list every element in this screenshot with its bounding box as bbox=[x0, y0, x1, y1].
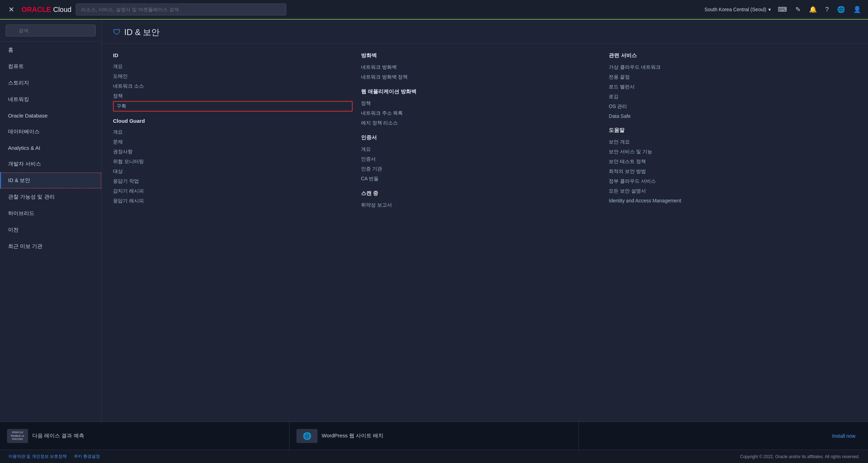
menu-link-개요[interactable]: 개요 bbox=[361, 145, 601, 154]
global-search-input[interactable] bbox=[76, 4, 286, 15]
menu-link-네트워크-방화벽-정책[interactable]: 네트워크 방화벽 정책 bbox=[361, 72, 601, 82]
menu-link-권장사항[interactable]: 권장사항 bbox=[113, 147, 353, 157]
oracle-text: ORACLE bbox=[21, 6, 51, 14]
main-container: 🔍 홈컴퓨트스토리지네트워킹Oracle Database데이터베이스Analy… bbox=[0, 20, 868, 422]
racing-banner-text: 다음 레이스 결과 예측 bbox=[32, 432, 84, 439]
section-title-웹-애플리케이션-방화벽: 웹 애플리케이션 방화벽 bbox=[361, 88, 601, 95]
menu-link-최적의-보안-방법[interactable]: 최적의 보안 방법 bbox=[609, 167, 848, 176]
region-label: South Korea Central (Seoul) bbox=[705, 7, 766, 12]
menu-link-응답기-레시피[interactable]: 응답기 레시피 bbox=[113, 196, 353, 206]
oracle-redbull-logo: ORACLERedBull 🏎RACING bbox=[7, 429, 28, 443]
terms-link[interactable]: 이용약관 및 개인정보 보호정책 bbox=[8, 454, 67, 459]
section-title-인증서: 인증서 bbox=[361, 134, 601, 141]
menu-link-정부-클라우드-서비스[interactable]: 정부 클라우드 서비스 bbox=[609, 176, 848, 186]
header: ✕ ORACLE Cloud South Korea Central (Seou… bbox=[0, 0, 868, 20]
menu-link-인증-기관[interactable]: 인증 기관 bbox=[361, 164, 601, 174]
sidebar-search-input[interactable] bbox=[6, 25, 96, 36]
wordpress-banner-text: WordPress 웹 사이트 배치 bbox=[322, 432, 383, 439]
menu-link-네트워크-소스[interactable]: 네트워크 소스 bbox=[113, 81, 353, 91]
page-footer: 이용약관 및 개인정보 보호정책 쿠키 환경설정 Copyright © 202… bbox=[0, 450, 868, 463]
menu-column-col2: 방화벽네트워크 방화벽네트워크 방화벽 정책웹 애플리케이션 방화벽정책네트워크… bbox=[361, 52, 609, 413]
sidebar-item-database[interactable]: 데이터베이스 bbox=[0, 123, 101, 140]
menu-link-정책[interactable]: 정책 bbox=[361, 99, 601, 108]
edit-icon-button[interactable]: ✎ bbox=[794, 4, 802, 15]
section-title-스캔-중: 스캔 중 bbox=[361, 190, 601, 197]
sidebar-item-home[interactable]: 홈 bbox=[0, 42, 101, 58]
menu-grid: ID개요도메인네트워크 소스정책구획Cloud Guard개요문제권장사항위협 … bbox=[102, 44, 868, 422]
help-icon-button[interactable]: ? bbox=[824, 5, 830, 15]
menu-link-개요[interactable]: 개요 bbox=[113, 62, 353, 72]
menu-link-네트워크-방화벽[interactable]: 네트워크 방화벽 bbox=[361, 62, 601, 72]
menu-link-네트워크-주소-목록[interactable]: 네트워크 주소 목록 bbox=[361, 108, 601, 118]
menu-link-OS-관리[interactable]: OS 관리 bbox=[609, 102, 848, 112]
sidebar-item-observability[interactable]: 관찰 가능성 및 관리 bbox=[0, 189, 101, 205]
user-icon-button[interactable]: 👤 bbox=[852, 4, 862, 15]
menu-link-대상[interactable]: 대상 bbox=[113, 167, 353, 176]
sidebar-item-hybrid[interactable]: 하이브리드 bbox=[0, 205, 101, 222]
install-now-button[interactable]: Install now bbox=[827, 430, 861, 442]
sidebar-search-container: 🔍 bbox=[0, 20, 101, 42]
shield-icon: 🛡 bbox=[113, 28, 121, 37]
cookie-link[interactable]: 쿠키 환경설정 bbox=[74, 454, 100, 459]
menu-link-문제[interactable]: 문제 bbox=[113, 137, 353, 147]
copyright-text: Copyright © 2022, Oracle and/or its affi… bbox=[740, 454, 860, 459]
bell-icon-button[interactable]: 🔔 bbox=[808, 4, 818, 15]
sidebar: 🔍 홈컴퓨트스토리지네트워킹Oracle Database데이터베이스Analy… bbox=[0, 20, 102, 422]
sidebar-item-recent[interactable]: 최근 미보 기관 bbox=[0, 238, 101, 255]
menu-column-col1: ID개요도메인네트워크 소스정책구획Cloud Guard개요문제권장사항위협 … bbox=[113, 52, 361, 413]
menu-link-개요[interactable]: 개요 bbox=[113, 127, 353, 137]
section-title-방화벽: 방화벽 bbox=[361, 52, 601, 59]
terminal-icon-button[interactable]: ⌨ bbox=[776, 4, 788, 15]
menu-link-모든-보안-설명서[interactable]: 모든 보안 설명서 bbox=[609, 186, 848, 196]
menu-link-가상-클라우드-네트워크[interactable]: 가상 클라우드 네트워크 bbox=[609, 62, 848, 72]
region-selector[interactable]: South Korea Central (Seoul) ▾ bbox=[705, 7, 771, 12]
menu-link-정책[interactable]: 정책 bbox=[113, 91, 353, 101]
sidebar-item-networking[interactable]: 네트워킹 bbox=[0, 91, 101, 108]
sidebar-item-developer[interactable]: 개발자 서비스 bbox=[0, 156, 101, 172]
banner-install: Install now bbox=[579, 422, 868, 450]
content-header: 🛡 ID & 보안 bbox=[102, 20, 868, 44]
section-title-Cloud-Guard: Cloud Guard bbox=[113, 118, 353, 124]
oracle-logo: ORACLE Cloud bbox=[21, 6, 72, 14]
globe-icon-button[interactable]: 🌐 bbox=[836, 4, 846, 15]
section-title-관련-서비스: 관련 서비스 bbox=[609, 52, 848, 59]
menu-link-구획[interactable]: 구획 bbox=[113, 101, 353, 112]
sidebar-item-id-security[interactable]: ID & 보안 bbox=[0, 172, 101, 189]
sidebar-item-analytics-ai[interactable]: Analytics & AI bbox=[0, 140, 101, 156]
menu-link-취약성-보고서[interactable]: 취약성 보고서 bbox=[361, 200, 601, 210]
menu-link-로드-밸런서[interactable]: 로드 밸런서 bbox=[609, 82, 848, 92]
menu-link-감지기-레시피[interactable]: 감지기 레시피 bbox=[113, 186, 353, 196]
menu-link-위협-모니터링[interactable]: 위협 모니터링 bbox=[113, 157, 353, 167]
menu-link-보안-테스트-정책[interactable]: 보안 테스트 정책 bbox=[609, 157, 848, 167]
menu-column-col3: 관련 서비스가상 클라우드 네트워크전용 끝점로드 밸런서로깅OS 관리Data… bbox=[609, 52, 857, 413]
menu-link-Data-Safe[interactable]: Data Safe bbox=[609, 112, 848, 121]
sidebar-item-storage[interactable]: 스토리지 bbox=[0, 75, 101, 91]
menu-link-Identity-and-Access-Management[interactable]: Identity and Access Management bbox=[609, 196, 848, 205]
menu-link-인증서[interactable]: 인증서 bbox=[361, 154, 601, 164]
sidebar-item-oracle-database[interactable]: Oracle Database bbox=[0, 108, 101, 123]
menu-link-보안-개요[interactable]: 보안 개요 bbox=[609, 137, 848, 147]
sidebar-search-wrapper: 🔍 bbox=[6, 25, 96, 36]
nav-items-container: 홈컴퓨트스토리지네트워킹Oracle Database데이터베이스Analyti… bbox=[0, 42, 101, 255]
close-button[interactable]: ✕ bbox=[6, 4, 17, 15]
menu-link-전용-끝점[interactable]: 전용 끝점 bbox=[609, 72, 848, 82]
chevron-down-icon: ▾ bbox=[768, 7, 771, 12]
header-right: South Korea Central (Seoul) ▾ ⌨ ✎ 🔔 ? 🌐 … bbox=[705, 4, 862, 15]
menu-link-로깅[interactable]: 로깅 bbox=[609, 92, 848, 102]
menu-link-응답기-작업[interactable]: 응답기 작업 bbox=[113, 176, 353, 186]
menu-link-에지-정책-리소스[interactable]: 에지 정책 리소스 bbox=[361, 118, 601, 128]
sidebar-item-compute[interactable]: 컴퓨트 bbox=[0, 58, 101, 75]
section-title-ID: ID bbox=[113, 52, 353, 58]
sidebar-item-migration[interactable]: 이전 bbox=[0, 222, 101, 238]
content-area: 🛡 ID & 보안 ID개요도메인네트워크 소스정책구획Cloud Guard개… bbox=[102, 20, 868, 422]
page-title: ID & 보안 bbox=[124, 27, 160, 38]
banner-racing: ORACLERedBull 🏎RACING 다음 레이스 결과 예측 bbox=[0, 422, 289, 450]
menu-link-도메인[interactable]: 도메인 bbox=[113, 72, 353, 81]
menu-link-CA-번들[interactable]: CA 번들 bbox=[361, 174, 601, 184]
cloud-text: Cloud bbox=[53, 6, 71, 14]
footer-links: 이용약관 및 개인정보 보호정책 쿠키 환경설정 bbox=[8, 454, 100, 459]
banner-wordpress: 🌐 WordPress 웹 사이트 배치 bbox=[289, 422, 579, 450]
footer-banner: ORACLERedBull 🏎RACING 다음 레이스 결과 예측 🌐 Wor… bbox=[0, 422, 868, 450]
menu-link-보안-서비스-및-기능[interactable]: 보안 서비스 및 기능 bbox=[609, 147, 848, 157]
section-title-도움말: 도움말 bbox=[609, 127, 848, 134]
